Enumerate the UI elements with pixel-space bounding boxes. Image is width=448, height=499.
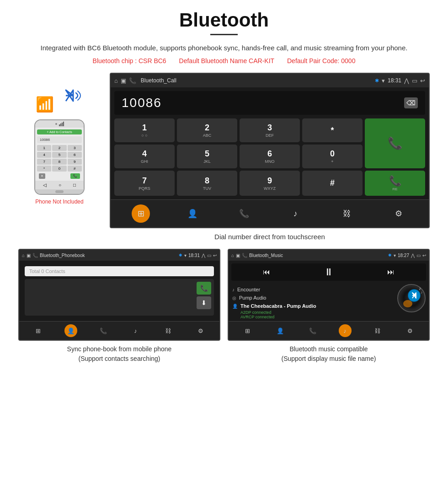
mu-window-icon: ▭: [416, 253, 421, 258]
pb-bt-icon: ✱: [179, 253, 182, 258]
svg-point-2: [403, 300, 412, 307]
mu-tb-dialpad[interactable]: ⊞: [241, 324, 254, 337]
key-7[interactable]: 7 PQRS: [114, 171, 175, 196]
key-4[interactable]: 4 GHI: [114, 145, 175, 168]
music-screen: ⌂ ▣ 📞 Bluetooth_Music ✱ ▾ 18:27 ⋀ ▭ ↩ ⏮ …: [228, 249, 430, 341]
pb-tb-dialpad[interactable]: ⊞: [32, 324, 45, 337]
mu-tb-contacts[interactable]: 👤: [274, 324, 287, 337]
phone-top-bar: [35, 120, 84, 128]
pb-tb-contacts[interactable]: 👤: [64, 324, 77, 337]
pb-tb-link-icon: ⛓: [165, 327, 171, 334]
status-right: ✱ ▾ 18:31 ⋀ ▭ ↩: [375, 77, 425, 84]
track-2-name: Pump Audio: [239, 295, 266, 300]
call-button[interactable]: 📞: [365, 118, 425, 168]
link-toolbar-icon: ⛓: [343, 209, 351, 219]
music-avrcp: AVRCP connected: [232, 315, 425, 319]
pb-home-icon: ⌂: [22, 253, 25, 258]
spec-name: Default Bluetooth Name CAR-KIT: [179, 57, 275, 64]
mu-tb-settings[interactable]: ⚙: [404, 324, 416, 337]
key-1[interactable]: 1 ○ ○: [114, 118, 175, 142]
key-8-main: 8: [205, 176, 209, 186]
home-icon: ⌂: [114, 77, 118, 84]
pb-tb-music-icon: ♪: [134, 327, 137, 334]
phonebook-buttons: 📞 ⬇: [197, 282, 211, 309]
key-8-sub: TUV: [203, 186, 211, 191]
key-2-main: 2: [205, 123, 209, 133]
keypad-grid: 1 ○ ○ 2 ABC 3 DEF * 📞 4 GHI: [111, 118, 429, 199]
pb-call-button[interactable]: 📞: [197, 282, 211, 295]
toolbar-call[interactable]: 📞: [235, 204, 253, 223]
expand-icon: ⋀: [404, 77, 409, 84]
key-1-main: 1: [142, 123, 147, 133]
key-9[interactable]: 9 WXYZ: [240, 171, 300, 196]
dialpad-icon: ⊞: [138, 209, 144, 219]
phonebook-wrap: ⌂ ▣ 📞 Bluetooth_Phonebook ✱ ▾ 18:31 ⋀ ▭ …: [18, 249, 220, 364]
pb-tb-settings[interactable]: ⚙: [194, 324, 207, 337]
recall-button[interactable]: 📞 RE: [365, 171, 425, 196]
key-hash[interactable]: #: [302, 171, 363, 196]
track-3: 👤 The Cheebacabra - Pump Audio: [232, 302, 425, 310]
mu-tb-settings-icon: ⚙: [407, 327, 413, 334]
mu-tb-link[interactable]: ⛓: [371, 324, 384, 337]
music-wrap: ⌂ ▣ 📞 Bluetooth_Music ✱ ▾ 18:27 ⋀ ▭ ↩ ⏮ …: [228, 249, 430, 364]
phonebook-caption: Sync phone-book from mobile phone (Suppo…: [18, 344, 220, 364]
phone-side: 📶 + Add to Contacts: [18, 73, 101, 205]
mu-home-icon: ⌂: [231, 253, 234, 258]
svg-text:♪: ♪: [421, 290, 422, 295]
next-button[interactable]: ⏭: [387, 268, 395, 276]
pb-tb-call[interactable]: 📞: [97, 324, 110, 337]
car-screen-call: ⌂ ▣ 📞 Bluetooth_Call ✱ ▾ 18:31 ⋀ ▭ ↩ 100…: [110, 73, 430, 228]
mu-tb-call[interactable]: 📞: [306, 324, 319, 337]
phonebook-search[interactable]: Total 0 Contacts: [25, 266, 214, 276]
bt-signal-svg: [56, 82, 83, 109]
main-content-row: 📶 + Add to Contacts: [18, 73, 430, 228]
bt-status-icon: ✱: [375, 78, 379, 84]
key-5[interactable]: 5 JKL: [177, 145, 237, 168]
key-5-sub: JKL: [203, 159, 211, 164]
key-3-main: 3: [267, 123, 272, 133]
phone-number-display: 10086: [37, 136, 82, 143]
mu-call-icon: 📞: [242, 253, 247, 258]
key-5-main: 5: [205, 149, 209, 159]
mu-expand-icon: ⋀: [411, 253, 415, 258]
phonebook-content: Total 0 Contacts 📞 ⬇: [19, 261, 219, 321]
toolbar-dialpad[interactable]: ⊞: [132, 204, 150, 223]
phone-home-btn: [55, 190, 64, 193]
key-0[interactable]: 0 +: [302, 145, 363, 168]
spec-chip: Bluetooth chip : CSR BC6: [93, 57, 166, 64]
play-pause-button[interactable]: ⏸: [324, 266, 334, 278]
backspace-button[interactable]: ⌫: [404, 97, 418, 108]
phone-contact-bar: + Add to Contacts: [37, 129, 82, 134]
key-7-sub: PQRS: [139, 186, 150, 191]
prev-button[interactable]: ⏮: [263, 268, 270, 276]
phone-bottom-row: ✕ 📞: [37, 173, 82, 179]
toolbar-music[interactable]: ♪: [286, 204, 304, 223]
mu-tb-music[interactable]: ♪: [339, 324, 352, 337]
key-3[interactable]: 3 DEF: [240, 118, 300, 142]
toolbar-link[interactable]: ⛓: [338, 204, 356, 223]
pb-download-button[interactable]: ⬇: [197, 296, 211, 309]
spec-code: Default Pair Code: 0000: [287, 57, 355, 64]
key-star[interactable]: *: [302, 118, 363, 142]
music-a2dp: A2DP connected: [232, 310, 425, 315]
call-icon-small: 📞: [129, 77, 136, 84]
pb-tb-settings-icon: ⚙: [198, 327, 203, 334]
key-8[interactable]: 8 TUV: [177, 171, 237, 196]
screenshot-icon: ▣: [121, 77, 126, 84]
phonebook-toolbar: ⊞ 👤 📞 ♪ ⛓ ⚙: [19, 321, 219, 340]
music-status-bar: ⌂ ▣ 📞 Bluetooth_Music ✱ ▾ 18:27 ⋀ ▭ ↩: [229, 250, 429, 261]
search-placeholder: Total 0 Contacts: [29, 268, 65, 274]
key-3-sub: DEF: [266, 133, 274, 138]
mu-back-icon: ↩: [422, 253, 426, 258]
toolbar-contacts[interactable]: 👤: [183, 204, 202, 223]
pb-tb-music[interactable]: ♪: [129, 324, 142, 337]
track-1-icon: ♪: [232, 287, 235, 292]
toolbar-settings[interactable]: ⚙: [389, 204, 408, 223]
music-caption-line2: (Support display music file name): [282, 355, 376, 362]
phone-dot-1: [55, 123, 57, 125]
phone-numpad: 123 456 789 *0#: [37, 145, 82, 172]
key-2[interactable]: 2 ABC: [177, 118, 237, 142]
pb-tb-link[interactable]: ⛓: [162, 324, 175, 337]
key-6[interactable]: 6 MNO: [240, 145, 300, 168]
pb-green-call-icon: 📞: [200, 284, 208, 292]
